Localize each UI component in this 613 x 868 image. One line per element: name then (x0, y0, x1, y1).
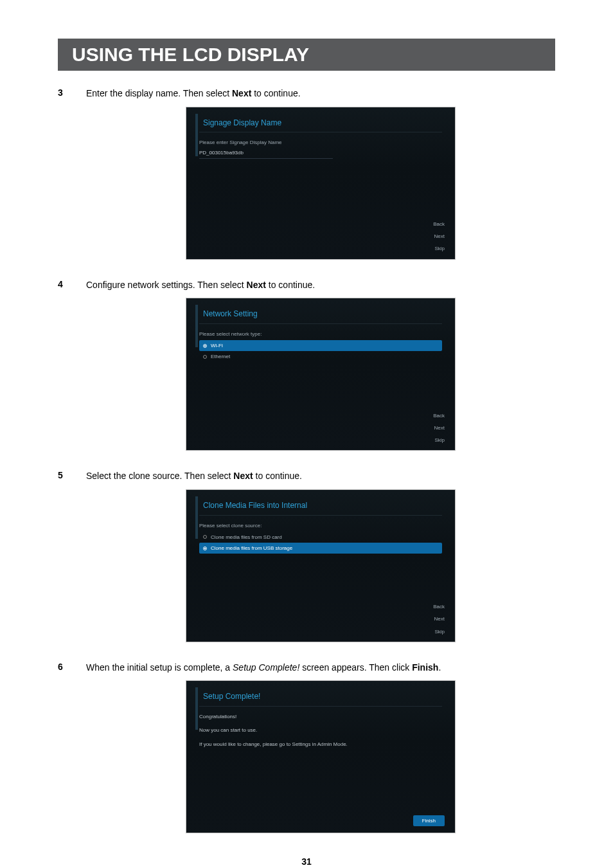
finish-button[interactable]: Finish (413, 815, 445, 826)
network-option-wifi[interactable]: Wi-Fi (199, 340, 442, 351)
back-button[interactable]: Back (433, 221, 445, 228)
option-label: Ethernet (211, 353, 230, 360)
divider (199, 132, 442, 132)
step-desc: When the initial setup is complete, a Se… (86, 662, 555, 674)
congrats-text: Congratulations! (199, 713, 442, 720)
network-setting-panel: Network Setting Please select network ty… (186, 298, 456, 451)
skip-button[interactable]: Skip (434, 628, 445, 635)
clone-media-panel: Clone Media Files into Internal Please s… (186, 489, 456, 642)
signage-display-name-panel: Signage Display Name Please enter Signag… (186, 107, 456, 260)
network-option-ethernet[interactable]: Ethernet (199, 351, 442, 362)
step-desc: Select the clone source. Then select Nex… (86, 470, 555, 483)
admin-hint-text: If you would like to change, please go t… (199, 741, 442, 748)
panel-title: Clone Media Files into Internal (199, 500, 442, 511)
section-header: USING THE LCD DISPLAY (58, 39, 555, 71)
skip-button[interactable]: Skip (434, 245, 445, 252)
display-name-input[interactable]: PD_003015ba93db (199, 149, 333, 159)
step-6: 6 When the initial setup is complete, a … (58, 662, 555, 844)
divider (199, 515, 442, 516)
step-4: 4 Configure network settings. Then selec… (58, 279, 555, 462)
section-title: USING THE LCD DISPLAY (72, 44, 541, 66)
next-button[interactable]: Next (434, 233, 445, 240)
start-text: Now you can start to use. (199, 727, 442, 734)
back-button[interactable]: Back (433, 603, 445, 610)
skip-button[interactable]: Skip (434, 437, 445, 444)
option-label: Wi-Fi (211, 342, 223, 349)
divider (199, 323, 442, 324)
clone-option-sd[interactable]: Clone media files from SD card (199, 532, 442, 543)
radio-icon (203, 535, 207, 539)
radio-icon (203, 344, 207, 348)
option-label: Clone media files from SD card (211, 534, 282, 541)
step-3: 3 Enter the display name. Then select Ne… (58, 87, 555, 270)
step-desc: Configure network settings. Then select … (86, 279, 555, 292)
step-number: 6 (58, 662, 67, 672)
divider (199, 706, 442, 707)
radio-icon (203, 547, 207, 550)
select-label: Please select clone source: (199, 522, 442, 529)
page-number: 31 (58, 856, 555, 867)
option-label: Clone media files from USB storage (211, 545, 292, 552)
step-5: 5 Select the clone source. Then select N… (58, 470, 555, 653)
panel-title: Signage Display Name (199, 118, 442, 129)
panel-title: Setup Complete! (199, 691, 442, 702)
select-label: Please select network type: (199, 330, 442, 338)
step-list: 3 Enter the display name. Then select Ne… (58, 87, 555, 844)
panel-title: Network Setting (199, 309, 442, 320)
back-button[interactable]: Back (433, 412, 445, 419)
step-number: 4 (58, 279, 67, 289)
radio-icon (203, 355, 207, 359)
step-desc: Enter the display name. Then select Next… (86, 87, 555, 100)
next-button[interactable]: Next (434, 615, 445, 622)
setup-complete-panel: Setup Complete! Congratulations! Now you… (186, 680, 456, 833)
next-button[interactable]: Next (434, 424, 445, 431)
step-number: 5 (58, 470, 67, 480)
step-number: 3 (58, 87, 67, 98)
input-label: Please enter Signage Display Name (199, 139, 442, 146)
clone-option-usb[interactable]: Clone media files from USB storage (199, 543, 442, 554)
